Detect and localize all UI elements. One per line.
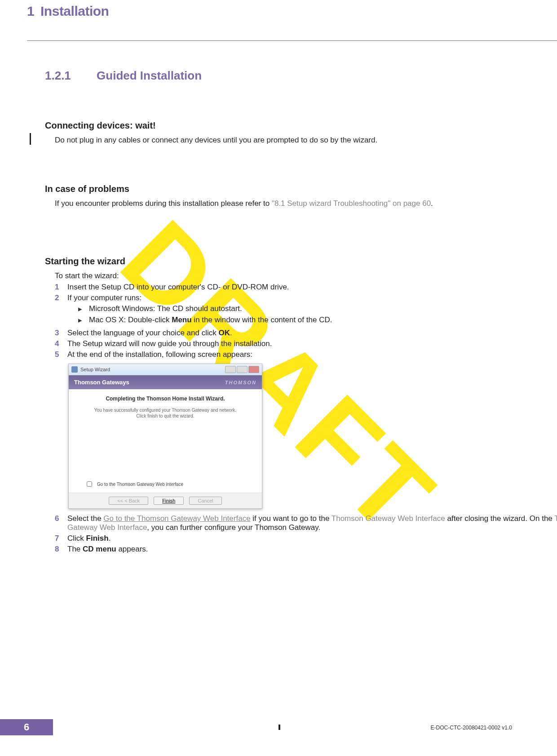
wizard-titlebar: Setup Wizard	[69, 364, 262, 375]
doc-id: E-DOC-CTC-20080421-0002 v1.0	[431, 725, 512, 731]
footer-tick	[278, 725, 280, 730]
wizard-header-title: Thomson Gateways	[74, 379, 129, 386]
step6-link1[interactable]: Go to the Thomson Gateway Web Interface	[103, 514, 250, 523]
wizard-brand: THOMSON	[225, 380, 256, 385]
section-title: Guided Installation	[97, 69, 202, 82]
step-2b: ▸Mac OS X: Double-click Menu in the wind…	[78, 316, 332, 325]
wizard-subtext: You have successfully configured your Th…	[73, 407, 257, 419]
wizard-intro: To start the wizard:	[55, 271, 557, 281]
step-7: 7Click Finish.	[55, 534, 557, 543]
minimize-button[interactable]	[225, 366, 236, 373]
close-button[interactable]	[248, 366, 259, 373]
page-number: 6	[0, 719, 53, 735]
block-wizard: Starting the wizard To start the wizard:…	[45, 256, 557, 554]
wizard-header: Thomson Gateways THOMSON	[69, 375, 262, 389]
wizard-body: Completing the Thomson Home Install Wiza…	[69, 389, 262, 423]
change-bar	[30, 133, 31, 145]
block-problems: In case of problems If you encounter pro…	[45, 184, 557, 209]
wizard-steps-cont: 6 Select the Go to the Thomson Gateway W…	[55, 514, 557, 554]
step-5: 5At the end of the installation, followi…	[55, 350, 557, 359]
finish-button[interactable]: Finish	[154, 497, 184, 505]
header-rule	[27, 40, 557, 41]
wizard-titlebar-text: Setup Wizard	[80, 367, 110, 372]
step-4: 4The Setup wizard will now guide you thr…	[55, 339, 557, 348]
step-1: 1Insert the Setup CD into your computer'…	[55, 283, 557, 292]
wizard-steps: 1Insert the Setup CD into your computer'…	[55, 283, 557, 359]
wizard-message: Completing the Thomson Home Install Wiza…	[73, 396, 257, 402]
step6-link2[interactable]: Thomson Gateway Web Interface	[332, 514, 445, 523]
step-2: 2 If your computer runs: ▸Microsoft Wind…	[55, 294, 557, 327]
problems-text: If you encounter problems during this in…	[55, 199, 557, 209]
wizard-footer: << < Back Finish Cancel	[69, 493, 262, 508]
step-8: 8The CD menu appears.	[55, 545, 557, 554]
step-2-sublist: ▸Microsoft Windows: The CD should autost…	[78, 304, 332, 325]
wizard-app-icon	[71, 366, 78, 373]
back-button[interactable]: << < Back	[109, 497, 148, 505]
wizard-checkbox-label: Go to the Thomson Gateway Web interface	[97, 482, 183, 487]
chapter-title: Installation	[40, 4, 109, 18]
problems-heading: In case of problems	[45, 184, 557, 194]
block-connecting: Connecting devices: wait! Do not plug in…	[45, 120, 557, 145]
connecting-heading: Connecting devices: wait!	[45, 120, 557, 131]
document-page: DRAFT 1 Installation 1.2.1 Guided Instal…	[0, 0, 557, 756]
step-2a: ▸Microsoft Windows: The CD should autost…	[78, 304, 332, 314]
wizard-heading: Starting the wizard	[45, 256, 557, 267]
step-6: 6 Select the Go to the Thomson Gateway W…	[55, 514, 557, 532]
connecting-text: Do not plug in any cables or connect any…	[55, 135, 557, 145]
maximize-button[interactable]	[237, 366, 248, 373]
section-number: 1.2.1	[45, 69, 71, 82]
cancel-dialog-button[interactable]: Cancel	[189, 497, 221, 505]
wizard-checkbox-row: Go to the Thomson Gateway Web interface	[69, 477, 262, 493]
wizard-spacer	[69, 423, 262, 477]
goto-web-interface-checkbox[interactable]	[87, 481, 92, 487]
chapter-number: 1	[27, 4, 34, 18]
section-heading: 1.2.1 Guided Installation	[45, 69, 557, 83]
setup-wizard-dialog: Setup Wizard Thomson Gateways THOMSON Co…	[68, 364, 262, 509]
chapter-header: 1 Installation	[27, 4, 557, 19]
step-3: 3Select the language of your choice and …	[55, 329, 557, 338]
problems-link[interactable]: "8.1 Setup wizard Troubleshooting" on pa…	[272, 199, 431, 208]
